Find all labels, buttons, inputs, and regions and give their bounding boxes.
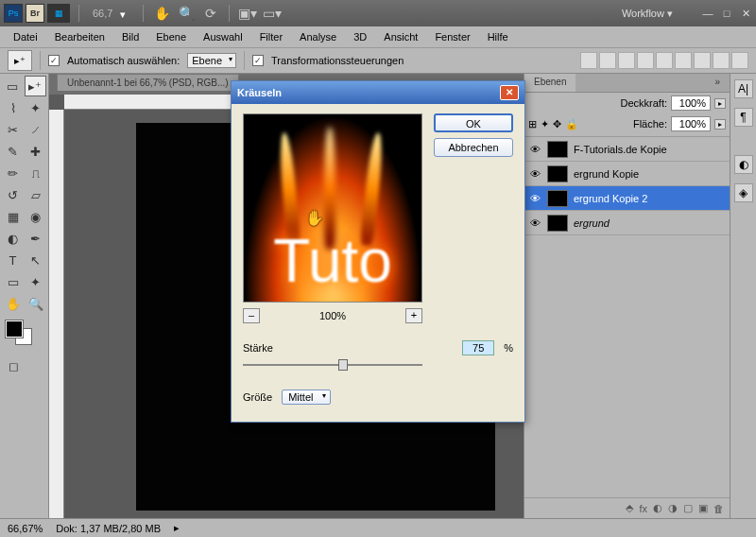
pen-tool[interactable]: ✒ xyxy=(25,228,46,249)
trash-icon[interactable]: 🗑 xyxy=(713,503,724,514)
align-icon[interactable] xyxy=(580,52,597,69)
lock-all-icon[interactable]: 🔒 xyxy=(565,118,578,130)
move-tool-indicator[interactable]: ▸⁺ xyxy=(8,50,32,71)
crop-tool[interactable]: ✂ xyxy=(2,119,24,140)
zoom-in-button[interactable]: + xyxy=(405,308,422,323)
minimize-button[interactable]: — xyxy=(701,8,714,20)
visibility-icon[interactable]: 👁 xyxy=(530,193,541,204)
stamp-tool[interactable]: ⎍ xyxy=(25,163,46,183)
document-tab[interactable]: Unbenannt-1 bei 66,7% (PSD, RGB...) xyxy=(57,74,239,91)
filter-preview[interactable]: Tuto ✋ xyxy=(243,113,422,303)
brush-tool[interactable]: ✏ xyxy=(2,163,24,183)
workspace-switcher[interactable]: Workflow ▾ xyxy=(622,8,673,20)
hand-icon[interactable]: ✋ xyxy=(153,5,170,22)
menu-analyse[interactable]: Analyse xyxy=(292,28,344,45)
menu-ansicht[interactable]: Ansicht xyxy=(376,28,425,45)
size-dropdown[interactable]: Mittel xyxy=(282,390,331,405)
align-icon[interactable] xyxy=(656,52,673,69)
layer-row[interactable]: 👁ergrund Kopie 2 xyxy=(524,186,730,211)
arrange-icon[interactable]: ▣▾ xyxy=(239,5,256,22)
dialog-close-icon[interactable]: ✕ xyxy=(500,85,519,100)
adjust-icon[interactable]: ◑ xyxy=(668,502,678,514)
fill-arrow[interactable]: ▸ xyxy=(714,119,726,130)
zoom-icon[interactable]: 🔍 xyxy=(178,5,195,22)
lasso-tool[interactable]: ⌇ xyxy=(2,97,24,118)
3d-tool[interactable]: ✦ xyxy=(25,271,46,292)
character-panel-icon[interactable]: A| xyxy=(734,79,753,98)
visibility-icon[interactable]: 👁 xyxy=(530,168,541,180)
hand-tool[interactable]: ✋ xyxy=(2,293,24,314)
quickmask-tool[interactable]: ◻ xyxy=(2,355,25,376)
history-tool[interactable]: ↺ xyxy=(2,184,24,205)
visibility-icon[interactable]: 👁 xyxy=(530,144,541,155)
align-icon[interactable] xyxy=(694,52,711,69)
rotate-icon[interactable]: ⟳ xyxy=(202,5,219,22)
zoom-dropdown[interactable]: ▾ xyxy=(120,9,129,18)
fill-input[interactable]: 100% xyxy=(671,116,711,131)
auto-select-checkbox[interactable]: ✓ xyxy=(48,55,60,66)
strength-slider[interactable] xyxy=(243,357,422,372)
move-tool[interactable]: ▸⁺ xyxy=(25,76,46,96)
color-swatches[interactable] xyxy=(2,319,46,349)
visibility-icon[interactable]: 👁 xyxy=(530,217,541,229)
menu-ebene[interactable]: Ebene xyxy=(148,28,194,45)
panel-menu-icon[interactable]: » xyxy=(705,74,730,92)
strength-input[interactable]: 75 xyxy=(462,340,494,355)
dodge-tool[interactable]: ◐ xyxy=(2,228,24,249)
zoom-out-button[interactable]: – xyxy=(243,308,260,323)
lock-move-icon[interactable]: ✥ xyxy=(553,118,561,130)
align-icon[interactable] xyxy=(675,52,692,69)
zoom-level[interactable]: 66,7 xyxy=(93,8,112,19)
slice-tool[interactable]: ⟋ xyxy=(25,119,46,140)
menu-filter[interactable]: Filter xyxy=(252,28,290,45)
menu-datei[interactable]: Datei xyxy=(6,28,45,45)
path-tool[interactable]: ↖ xyxy=(25,250,46,270)
maximize-button[interactable]: □ xyxy=(720,8,733,20)
styles-panel-icon[interactable]: ◈ xyxy=(734,183,753,202)
align-icon[interactable] xyxy=(731,52,748,69)
menu-hilfe[interactable]: Hilfe xyxy=(480,28,516,45)
status-zoom[interactable]: 66,67% xyxy=(8,523,43,534)
screen-icon[interactable]: ▭▾ xyxy=(264,5,281,22)
menu-auswahl[interactable]: Auswahl xyxy=(196,28,250,45)
eyedropper-tool[interactable]: ✎ xyxy=(2,141,24,162)
layer-row[interactable]: 👁ergrund Kopie xyxy=(524,162,730,186)
heal-tool[interactable]: ✚ xyxy=(25,141,46,162)
bridge-icon[interactable]: Br xyxy=(26,4,44,23)
marquee-tool[interactable]: ▭ xyxy=(2,76,24,96)
paragraph-panel-icon[interactable]: ¶ xyxy=(734,108,753,127)
eraser-tool[interactable]: ▱ xyxy=(25,184,46,205)
layers-tab[interactable]: Ebenen xyxy=(524,74,576,92)
blur-tool[interactable]: ◉ xyxy=(25,206,46,227)
link-icon[interactable]: ⬘ xyxy=(626,502,633,514)
minibridge-icon[interactable]: ▦ xyxy=(47,4,70,23)
align-icon[interactable] xyxy=(713,52,730,69)
cancel-button[interactable]: Abbrechen xyxy=(434,138,513,157)
swatch-panel-icon[interactable]: ◐ xyxy=(734,155,753,174)
gradient-tool[interactable]: ▦ xyxy=(2,206,24,227)
ps-icon[interactable]: Ps xyxy=(4,4,23,23)
layer-row[interactable]: 👁F-Tutorials.de Kopie xyxy=(524,137,730,162)
new-layer-icon[interactable]: ▣ xyxy=(698,502,708,514)
wand-tool[interactable]: ✦ xyxy=(25,97,46,118)
zoom-tool[interactable]: 🔍 xyxy=(25,293,46,314)
opacity-arrow[interactable]: ▸ xyxy=(714,98,726,109)
close-button[interactable]: ✕ xyxy=(739,8,752,20)
align-icon[interactable] xyxy=(618,52,635,69)
menu-fenster[interactable]: Fenster xyxy=(427,28,477,45)
fx-icon[interactable]: fx xyxy=(639,503,647,514)
align-icon[interactable] xyxy=(599,52,616,69)
layer-row[interactable]: 👁ergrund xyxy=(524,211,730,235)
folder-icon[interactable]: ▢ xyxy=(683,502,693,514)
mask-icon[interactable]: ◐ xyxy=(653,502,662,514)
opacity-input[interactable]: 100% xyxy=(671,95,711,111)
align-icon[interactable] xyxy=(637,52,654,69)
lock-icon[interactable]: ⊞ xyxy=(528,118,537,130)
transform-checkbox[interactable]: ✓ xyxy=(252,55,264,66)
menu-3d[interactable]: 3D xyxy=(346,28,374,45)
menu-bearbeiten[interactable]: Bearbeiten xyxy=(47,28,112,45)
menu-bild[interactable]: Bild xyxy=(114,28,146,45)
lock-icon[interactable]: ✦ xyxy=(541,118,549,130)
auto-select-dropdown[interactable]: Ebene xyxy=(187,53,236,68)
type-tool[interactable]: T xyxy=(2,250,24,270)
